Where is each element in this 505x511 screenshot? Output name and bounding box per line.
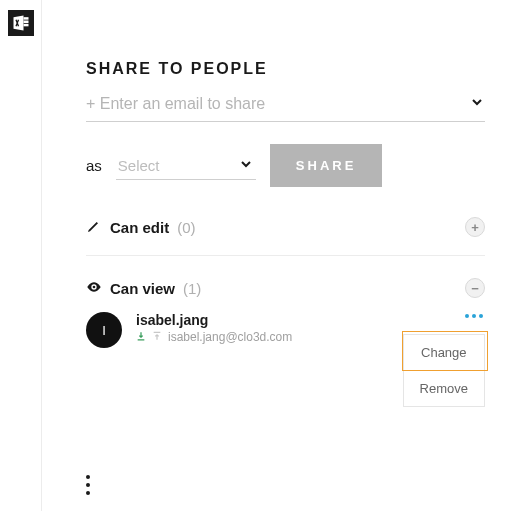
share-panel: SHARE TO PEOPLE + Enter an email to shar… [86, 60, 485, 378]
excel-icon [11, 13, 31, 33]
minus-icon: − [471, 281, 479, 296]
svg-rect-3 [24, 24, 29, 27]
svg-point-4 [93, 285, 96, 288]
email-placeholder: + Enter an email to share [86, 95, 265, 113]
viewer-info: isabel.jang isabel.jang@clo3d.com [136, 312, 292, 344]
viewer-row: I isabel.jang isabel.jang@clo3d.com Chan… [86, 310, 485, 378]
svg-rect-1 [24, 17, 29, 20]
svg-rect-2 [24, 21, 29, 24]
as-label: as [86, 157, 102, 174]
plus-icon: + [471, 220, 479, 235]
role-row: as Select SHARE [86, 144, 485, 187]
can-view-label: Can view [110, 280, 175, 297]
panel-title: SHARE TO PEOPLE [86, 60, 485, 78]
chevron-down-icon [469, 94, 485, 113]
collapse-view-button[interactable]: − [465, 278, 485, 298]
left-rail [0, 0, 42, 511]
eye-icon [86, 279, 102, 298]
viewer-name: isabel.jang [136, 312, 292, 328]
context-menu: Change Remove [403, 334, 485, 407]
divider [86, 255, 485, 256]
can-view-header[interactable]: Can view (1) − [86, 278, 485, 298]
email-input-row[interactable]: + Enter an email to share [86, 94, 485, 122]
upload-icon [152, 330, 162, 344]
viewer-email: isabel.jang@clo3d.com [168, 330, 292, 344]
menu-change[interactable]: Change [404, 335, 484, 370]
chevron-down-icon [238, 156, 254, 175]
can-edit-label: Can edit [110, 219, 169, 236]
download-icon [136, 330, 146, 344]
menu-remove[interactable]: Remove [404, 370, 484, 406]
pencil-icon [86, 218, 102, 237]
can-view-count: (1) [183, 280, 201, 297]
viewer-email-line: isabel.jang@clo3d.com [136, 330, 292, 344]
excel-logo [8, 10, 34, 36]
expand-edit-button[interactable]: + [465, 217, 485, 237]
role-select-placeholder: Select [118, 157, 160, 174]
can-edit-header[interactable]: Can edit (0) + [86, 217, 485, 237]
more-menu-button[interactable] [86, 475, 90, 495]
avatar: I [86, 312, 122, 348]
role-select[interactable]: Select [116, 152, 256, 180]
can-edit-count: (0) [177, 219, 195, 236]
row-menu-button[interactable] [465, 314, 483, 318]
share-button[interactable]: SHARE [270, 144, 383, 187]
